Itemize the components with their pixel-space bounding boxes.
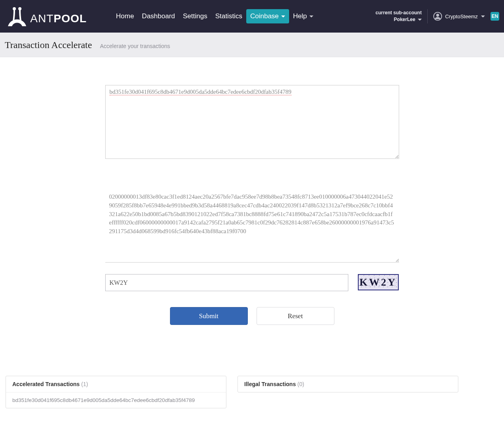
nav-dashboard-label: Dashboard xyxy=(142,12,175,20)
chevron-down-icon xyxy=(309,15,313,17)
rawtx-input[interactable] xyxy=(105,189,399,263)
language-switcher[interactable]: EN xyxy=(490,12,499,21)
chevron-down-icon xyxy=(281,15,285,17)
page-title: Transaction Accelerate xyxy=(5,40,92,50)
nav-right: current sub-account PokerLee CryptoSteem… xyxy=(376,9,499,23)
chevron-down-icon xyxy=(481,15,485,17)
nav-home[interactable]: Home xyxy=(112,9,138,23)
nav-divider xyxy=(427,9,428,23)
avatar-icon xyxy=(433,12,442,21)
captcha-input[interactable] xyxy=(105,274,348,291)
illegal-title: Illegal Transactions xyxy=(244,381,296,387)
brand-logo[interactable]: ANTPOOL xyxy=(6,5,105,28)
nav-statistics-label: Statistics xyxy=(215,12,242,20)
illegal-count: (0) xyxy=(297,381,304,387)
page-subtitle: Accelerate your transactions xyxy=(100,43,170,49)
sub-account-value: PokerLee xyxy=(394,16,415,23)
brand-text-thin: ANT xyxy=(30,12,54,25)
nav-help-label: Help xyxy=(293,12,307,20)
illegal-panel-head: Illegal Transactions (0) xyxy=(238,376,458,392)
accelerate-form: bd351fe30d041f695c8db4671e9d005da5dde64b… xyxy=(105,85,399,325)
brand-text-bold: POOL xyxy=(54,12,87,25)
nav-settings[interactable]: Settings xyxy=(179,9,211,23)
accelerated-count: (1) xyxy=(81,381,88,387)
submit-button[interactable]: Submit xyxy=(170,307,248,325)
accelerated-panel-head: Accelerated Transactions (1) xyxy=(6,376,226,392)
svg-text:ANTPOOL: ANTPOOL xyxy=(30,12,87,25)
svg-point-4 xyxy=(436,14,439,17)
sub-account-switcher[interactable]: current sub-account PokerLee xyxy=(376,10,422,23)
nav-settings-label: Settings xyxy=(183,12,207,20)
accelerated-panel: Accelerated Transactions (1) bd351fe30d0… xyxy=(6,376,226,408)
captcha-image[interactable]: KW2Y xyxy=(358,274,399,290)
nav-coinbase-label: Coinbase xyxy=(250,12,279,20)
submit-label: Submit xyxy=(199,312,218,320)
captcha-image-text: KW2Y xyxy=(359,276,397,288)
result-panels: Accelerated Transactions (1) bd351fe30d0… xyxy=(0,341,504,416)
txid-input[interactable] xyxy=(105,85,399,159)
top-navbar: ANTPOOL Home Dashboard Settings Statisti… xyxy=(0,0,504,33)
reset-label: Reset xyxy=(288,312,303,320)
accelerated-title: Accelerated Transactions xyxy=(12,381,80,387)
user-menu[interactable]: CryptoSteemz xyxy=(433,12,485,21)
nav-dashboard[interactable]: Dashboard xyxy=(138,9,179,23)
sub-account-label: current sub-account xyxy=(376,10,422,16)
nav-statistics[interactable]: Statistics xyxy=(211,9,246,23)
chevron-down-icon xyxy=(418,19,422,21)
username-label: CryptoSteemz xyxy=(445,14,478,19)
captcha-row: KW2Y xyxy=(105,274,399,291)
illegal-panel: Illegal Transactions (0) xyxy=(238,376,458,392)
reset-button[interactable]: Reset xyxy=(257,307,334,325)
accelerated-item: bd351fe30d041f695c8db4671e9d005da5dde64b… xyxy=(6,392,226,408)
page-header: Transaction Accelerate Accelerate your t… xyxy=(0,33,504,57)
form-buttons: Submit Reset xyxy=(105,307,399,325)
nav-coinbase[interactable]: Coinbase xyxy=(246,9,289,23)
main-nav: Home Dashboard Settings Statistics Coinb… xyxy=(112,9,317,23)
main-content: bd351fe30d041f695c8db4671e9d005da5dde64b… xyxy=(0,57,504,341)
nav-help[interactable]: Help xyxy=(289,9,317,23)
nav-home-label: Home xyxy=(116,12,134,20)
antpool-logo-icon: ANTPOOL xyxy=(6,5,105,28)
language-label: EN xyxy=(492,14,498,19)
